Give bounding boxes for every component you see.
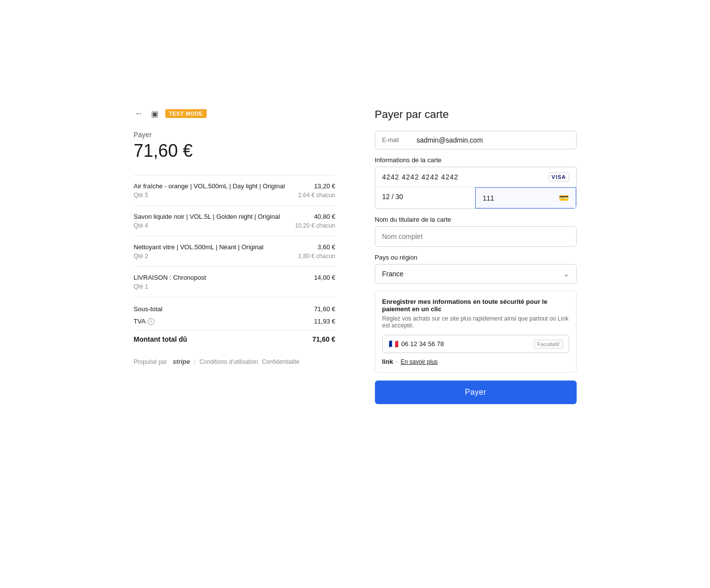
phone-field[interactable]: 🇫🇷 06 12 34 56 78 Facultatif xyxy=(382,335,569,353)
item-price: 13,20 € xyxy=(314,182,335,190)
item-name: LIVRAISON : Chronopost xyxy=(134,274,309,281)
tva-value: 11,93 € xyxy=(314,318,335,325)
total-value: 71,60 € xyxy=(312,335,336,343)
powered-by-label: Propulsé par xyxy=(134,358,167,365)
item-qty: Qté 5 xyxy=(134,192,148,199)
card-icon: 💳 xyxy=(559,193,569,203)
total-row: Montant total dû 71,60 € xyxy=(134,330,336,343)
right-panel: Payer par carte E-mail sadmin@sadmin.com… xyxy=(375,108,577,404)
email-field[interactable]: E-mail sadmin@sadmin.com xyxy=(375,131,577,149)
card-bottom-row: 12 / 30 111 💳 xyxy=(375,187,576,208)
item-name: Nettoyant vitre | VOL.500mL | Néant | Or… xyxy=(134,243,312,251)
card-cvc-field[interactable]: 111 💳 xyxy=(475,187,576,208)
card-number: 4242 4242 4242 4242 xyxy=(382,173,549,181)
link-brand: link xyxy=(382,358,393,365)
link-save-title: Enregistrer mes informations en toute sé… xyxy=(382,298,569,313)
card-expiry-field[interactable]: 12 / 30 xyxy=(375,187,476,208)
back-button[interactable]: ← xyxy=(134,108,145,119)
item-name: Savon liquide noir | VOL.5L | Golden nig… xyxy=(134,213,309,220)
card-network-badge: VISA xyxy=(549,173,569,181)
tva-info-icon[interactable]: i xyxy=(148,318,154,325)
toolbar: ← ▣ TEST MODE xyxy=(134,108,336,119)
link-save-box: Enregistrer mes informations en toute sé… xyxy=(375,291,577,373)
link-save-desc: Réglez vos achats sur ce site plus rapid… xyxy=(382,315,569,329)
country-value: France xyxy=(382,270,563,278)
list-item: Nettoyant vitre | VOL.500mL | Néant | Or… xyxy=(134,236,336,267)
item-price: 40,80 € xyxy=(314,213,335,220)
optional-badge: Facultatif xyxy=(534,340,563,349)
pay-button[interactable]: Payer xyxy=(375,381,577,404)
footer: Propulsé par stripe | Conditions d'utili… xyxy=(134,358,336,365)
country-label: Pays ou région xyxy=(375,254,577,261)
page-title: Payer par carte xyxy=(375,108,577,121)
cardholder-label: Nom du titulaire de la carte xyxy=(375,216,577,223)
chevron-down-icon: ⌄ xyxy=(563,270,569,278)
summary-section: Sous-total 71,60 € TVA i 11,93 € Montant… xyxy=(134,297,336,343)
card-info-label: Informations de la carte xyxy=(375,156,577,164)
conditions-link[interactable]: Conditions d'utilisation xyxy=(199,358,258,365)
item-price: 14,00 € xyxy=(314,274,335,281)
email-label: E-mail xyxy=(382,137,412,144)
subtotal-value: 71,60 € xyxy=(314,305,335,313)
item-qty: Qté 1 xyxy=(134,283,148,290)
item-qty-each: 10,20 € chacun xyxy=(295,222,335,229)
email-value: sadmin@sadmin.com xyxy=(417,136,569,144)
phone-number: 06 12 34 56 78 xyxy=(401,340,534,348)
left-panel: ← ▣ TEST MODE Payer 71,60 € Air fraîche … xyxy=(134,108,336,365)
footer-divider: | xyxy=(194,358,195,365)
confidentiality-link[interactable]: Confidentialité xyxy=(262,358,299,365)
tva-label: TVA i xyxy=(134,318,154,325)
cardholder-field[interactable] xyxy=(375,226,577,247)
item-qty-each: 2,64 € chacun xyxy=(298,192,335,199)
subtotal-row: Sous-total 71,60 € xyxy=(134,305,336,313)
list-item: Air fraîche - orange | VOL.500mL | Day l… xyxy=(134,176,336,206)
window-icon[interactable]: ▣ xyxy=(150,108,160,119)
list-item: LIVRAISON : Chronopost 14,00 € Qté 1 xyxy=(134,267,336,297)
link-dot: · xyxy=(396,358,398,365)
tva-row: TVA i 11,93 € xyxy=(134,318,336,325)
item-name: Air fraîche - orange | VOL.500mL | Day l… xyxy=(134,182,309,190)
item-qty: Qté 4 xyxy=(134,222,148,229)
total-label: Montant total dû xyxy=(134,335,187,343)
test-mode-badge: TEST MODE xyxy=(165,109,207,118)
card-info-group[interactable]: 4242 4242 4242 4242 VISA 12 / 30 111 💳 xyxy=(375,167,577,209)
subtotal-label: Sous-total xyxy=(134,305,163,313)
cardholder-input[interactable] xyxy=(382,233,569,240)
cvc-value: 111 xyxy=(483,194,556,202)
order-items: Air fraîche - orange | VOL.500mL | Day l… xyxy=(134,175,336,297)
link-footer: link · En savoir plus xyxy=(382,358,569,365)
learn-more-link[interactable]: En savoir plus xyxy=(401,358,437,365)
flag-icon: 🇫🇷 xyxy=(389,339,399,349)
stripe-logo: stripe xyxy=(173,358,190,365)
item-price: 3,60 € xyxy=(317,243,335,251)
item-qty-each: 1,80 € chacun xyxy=(298,253,335,260)
list-item: Savon liquide noir | VOL.5L | Golden nig… xyxy=(134,206,336,236)
powered-by-stripe: Propulsé par stripe xyxy=(134,358,190,365)
card-number-row[interactable]: 4242 4242 4242 4242 VISA xyxy=(375,167,576,187)
total-amount: 71,60 € xyxy=(134,141,336,161)
item-qty: Qté 2 xyxy=(134,253,148,260)
payer-label: Payer xyxy=(134,131,336,139)
country-select[interactable]: France ⌄ xyxy=(375,264,577,284)
